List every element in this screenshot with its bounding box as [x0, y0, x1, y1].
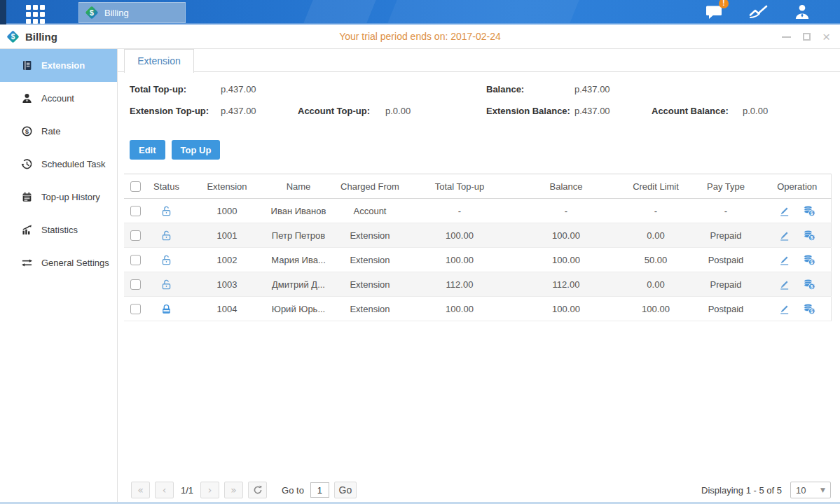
go-button[interactable]: Go	[334, 482, 357, 498]
topup-icon[interactable]: $	[803, 278, 815, 290]
sidebar-item-label: Extension	[41, 60, 85, 71]
row-checkbox[interactable]	[130, 255, 141, 265]
sidebar-item-scheduled-task[interactable]: Scheduled Task	[0, 148, 117, 181]
clock-history-icon	[21, 158, 33, 170]
unlocked-icon	[160, 205, 172, 217]
cell-operation: $	[764, 223, 831, 248]
topup-icon[interactable]: $	[803, 253, 815, 266]
sidebar-item-extension[interactable]: Extension	[0, 49, 117, 82]
column-header-extension: Extension	[186, 174, 268, 199]
coins-dollar-icon: $	[803, 229, 815, 241]
total-topup-label: Total Top-up:	[130, 84, 186, 94]
pagination-bar: « ‹ 1/1 › » Go to Go Displaying 1 - 5 of…	[131, 481, 831, 499]
sidebar: Extension Account $ Rate	[0, 49, 118, 504]
summary-panel: Total Top-up: p.437.00 Balance: p.437.00…	[118, 81, 840, 133]
topbar-decoration	[387, 0, 579, 23]
first-page-button[interactable]: «	[131, 482, 150, 498]
edit-icon[interactable]	[778, 278, 790, 290]
topup-icon[interactable]: $	[803, 229, 815, 241]
cell-balance: 100.00	[509, 248, 624, 272]
prev-page-button[interactable]: ‹	[155, 482, 174, 498]
edit-pencil-icon	[778, 303, 790, 315]
edit-icon[interactable]	[778, 229, 790, 241]
cell-name: Юрий Юрь...	[268, 297, 329, 321]
ledger-icon	[21, 59, 33, 71]
row-checkbox[interactable]	[130, 206, 141, 216]
row-checkbox[interactable]	[130, 304, 141, 314]
sidebar-item-general-settings[interactable]: General Settings	[0, 246, 117, 279]
topup-icon[interactable]: $	[803, 204, 815, 217]
cell-operation: $	[764, 297, 831, 321]
row-checkbox[interactable]	[130, 230, 141, 241]
extension-topup-value: p.437.00	[221, 106, 256, 116]
top-up-button[interactable]: Top Up	[172, 140, 221, 160]
cell-status	[146, 297, 186, 321]
page-size-select[interactable]: 10 ▼	[790, 482, 831, 498]
displaying-count: Displaying 1 - 5 of 5	[701, 485, 782, 496]
edit-icon[interactable]	[778, 204, 790, 216]
locked-icon	[160, 303, 172, 315]
taskbar-tab-label: Billing	[104, 8, 129, 18]
sidebar-item-account[interactable]: Account	[0, 82, 117, 115]
cell-pay-type: Postpaid	[688, 297, 764, 321]
cell-pay-type: Postpaid	[688, 248, 764, 272]
messages-button[interactable]: !	[705, 4, 723, 20]
last-page-button[interactable]: »	[224, 482, 243, 498]
balance-label: Balance:	[486, 84, 524, 94]
sidebar-item-topup-history[interactable]: Top-up History	[0, 181, 117, 214]
next-page-button[interactable]: ›	[200, 482, 219, 498]
coins-dollar-icon: $	[803, 302, 815, 315]
account-balance-label: Account Balance:	[652, 106, 729, 116]
row-checkbox[interactable]	[130, 279, 141, 290]
taskbar-tab-billing[interactable]: $ Billing	[78, 2, 186, 23]
cell-total-topup: -	[411, 199, 509, 223]
cell-extension: 1003	[186, 272, 268, 297]
extensions-table: Status Extension Name Charged From Total…	[124, 174, 832, 321]
maximize-button[interactable]	[803, 33, 811, 41]
edit-icon[interactable]	[778, 302, 790, 314]
table-header-row: Status Extension Name Charged From Total…	[124, 174, 831, 199]
unlocked-icon	[160, 254, 172, 266]
cell-balance: 112.00	[509, 272, 624, 297]
sidebar-item-statistics[interactable]: Statistics	[0, 214, 117, 246]
edit-pencil-icon	[778, 230, 790, 241]
statistics-button[interactable]	[749, 4, 768, 19]
extension-balance-value: p.437.00	[574, 106, 610, 116]
chevron-down-icon: ▼	[820, 486, 825, 493]
refresh-button[interactable]	[248, 482, 267, 498]
edit-icon[interactable]	[778, 253, 790, 265]
cell-extension: 1004	[186, 297, 268, 321]
topup-icon[interactable]: $	[803, 302, 815, 315]
table-row: 1002Мария Ива...Extension100.00100.0050.…	[124, 248, 831, 272]
window-titlebar: $ Billing Your trial period ends on: 201…	[0, 24, 840, 49]
close-button[interactable]: ×	[822, 32, 830, 42]
svg-text:$: $	[25, 128, 29, 135]
column-header-pay-type: Pay Type	[688, 174, 764, 199]
sidebar-item-rate[interactable]: $ Rate	[0, 115, 117, 148]
cell-total-topup: 112.00	[411, 272, 509, 297]
table-row: 1001Петр ПетровExtension100.00100.000.00…	[124, 223, 831, 248]
cell-pay-type: -	[688, 199, 764, 223]
topbar-decoration	[303, 0, 376, 23]
person-icon	[21, 92, 33, 104]
cell-balance: 100.00	[509, 223, 624, 248]
billing-diamond-icon: $	[84, 5, 99, 20]
sidebar-item-label: Top-up History	[41, 192, 100, 202]
app-launcher-icon[interactable]	[26, 5, 45, 24]
tab-bar: Extension	[118, 49, 840, 72]
edit-pencil-icon	[778, 205, 790, 217]
cell-credit-limit: 0.00	[624, 223, 688, 248]
minimize-button[interactable]	[782, 36, 791, 38]
notepad-icon	[21, 191, 33, 203]
cell-credit-limit: -	[624, 199, 688, 223]
select-all-checkbox[interactable]	[130, 181, 141, 192]
balance-value: p.437.00	[574, 84, 610, 94]
user-button[interactable]	[794, 4, 811, 20]
cell-credit-limit: 50.00	[624, 248, 688, 272]
edit-button[interactable]: Edit	[130, 140, 165, 160]
cell-operation: $	[764, 199, 831, 223]
goto-page-input[interactable]	[310, 482, 329, 498]
tab-extension[interactable]: Extension	[124, 49, 194, 73]
topbar-left-edge	[0, 0, 6, 24]
cell-extension: 1001	[186, 223, 268, 248]
